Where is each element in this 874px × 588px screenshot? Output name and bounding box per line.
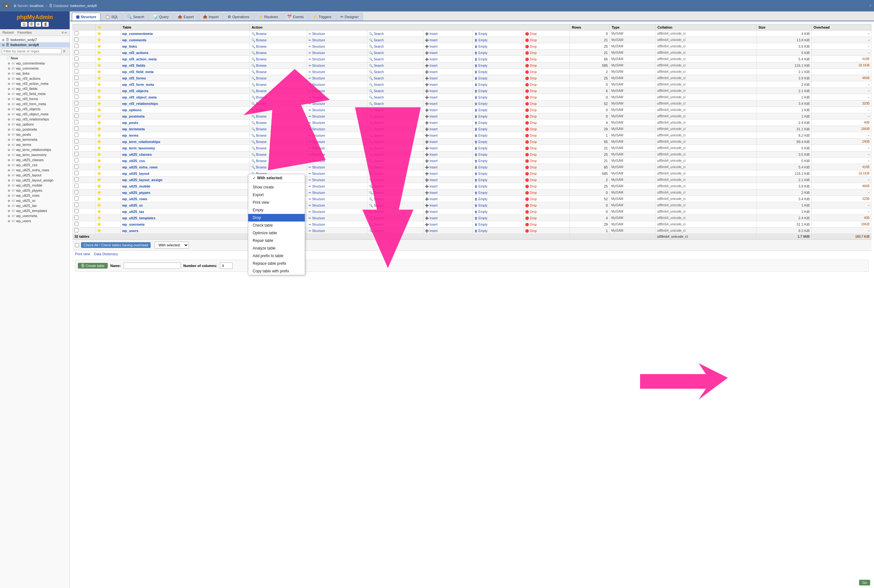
dropdown-item-empty[interactable]: Empty	[248, 206, 305, 214]
search-link[interactable]: 🔍 Search	[369, 108, 384, 112]
sidebar-table-wp_ult25_rows[interactable]: ⊕⚙/wp_ult25_rows	[0, 193, 70, 198]
sidebar-table-wp_terms[interactable]: ⊕⚙/wp_terms	[0, 142, 70, 147]
row-checkbox[interactable]	[74, 44, 78, 48]
sidebar-table-wp_term_relationships[interactable]: ⊕⚙/wp_term_relationships	[0, 147, 70, 152]
row-checkbox[interactable]	[74, 82, 78, 86]
star-icon[interactable]: ⭐	[97, 108, 101, 111]
insert-link[interactable]: ➕ Insert	[425, 197, 438, 201]
empty-link[interactable]: 🗑 Empty	[475, 178, 487, 182]
tab-export[interactable]: 📤Export	[174, 13, 198, 21]
star-icon[interactable]: ⭐	[97, 146, 101, 150]
empty-link[interactable]: 🗑 Empty	[475, 134, 487, 137]
search-link[interactable]: 🔍 Search	[369, 229, 384, 232]
drop-link[interactable]: 🔴 Drop	[525, 204, 537, 207]
row-checkbox[interactable]	[74, 63, 78, 67]
row-checkbox[interactable]	[74, 171, 78, 175]
with-selected-dropdown[interactable]: With selected:	[154, 242, 189, 249]
table-name-link[interactable]: wp_nf3_fields	[122, 64, 145, 68]
drop-link[interactable]: 🔴 Drop	[525, 108, 537, 112]
home-icon[interactable]: 🏠	[21, 22, 27, 27]
print-view-link[interactable]: Print view	[75, 252, 90, 256]
table-name-link[interactable]: wp_ult25_layout_assign	[122, 178, 163, 182]
sidebar-table-wp_users[interactable]: ⊕⚙/wp_users	[0, 218, 70, 224]
star-icon[interactable]: ⭐	[97, 76, 101, 80]
search-link[interactable]: 🔍 Search	[369, 76, 384, 80]
drop-link[interactable]: 🔴 Drop	[525, 83, 537, 87]
empty-link[interactable]: 🗑 Empty	[475, 159, 487, 163]
row-checkbox[interactable]	[74, 114, 78, 118]
structure-link[interactable]: ✏ Structure	[309, 153, 325, 156]
table-name-link[interactable]: wp_ult25_layout	[122, 172, 150, 176]
insert-link[interactable]: ➕ Insert	[425, 102, 438, 105]
structure-link[interactable]: ✏ Structure	[309, 191, 325, 195]
row-checkbox[interactable]	[74, 126, 78, 130]
empty-link[interactable]: 🗑 Empty	[475, 197, 487, 201]
table-name-link[interactable]: wp_nf3_actions	[122, 51, 149, 55]
search-link[interactable]: 🔍 Search	[369, 96, 384, 99]
insert-link[interactable]: ➕ Insert	[425, 229, 438, 232]
drop-link[interactable]: 🔴 Drop	[525, 210, 537, 214]
star-icon[interactable]: ⭐	[97, 152, 101, 156]
sidebar-table-wp_nf3_field_meta[interactable]: ⊕⚙/wp_nf3_field_meta	[0, 91, 70, 96]
insert-link[interactable]: ➕ Insert	[425, 159, 438, 163]
table-name-link[interactable]: wp_termmeta	[122, 127, 145, 131]
drop-link[interactable]: 🔴 Drop	[525, 102, 537, 105]
browse-link[interactable]: 🔍 Browse	[251, 134, 267, 137]
filter-input[interactable]	[2, 48, 61, 54]
browse-link[interactable]: 🔍 Browse	[251, 153, 267, 156]
star-icon[interactable]: ⭐	[97, 57, 101, 61]
table-name-link[interactable]: wp_commentmeta	[122, 32, 153, 36]
browse-link[interactable]: 🔍 Browse	[251, 108, 267, 112]
structure-link[interactable]: ✏ Structure	[309, 96, 325, 99]
structure-link[interactable]: ✏ Structure	[309, 76, 325, 80]
dropdown-item-print-view[interactable]: Print view	[248, 199, 305, 206]
star-icon[interactable]: ⭐	[97, 190, 101, 194]
insert-link[interactable]: ➕ Insert	[425, 216, 438, 220]
table-name-link[interactable]: wp_ult25_ptypes	[122, 191, 151, 195]
browse-link[interactable]: 🔍 Browse	[251, 57, 267, 61]
sidebar-table-wp_ult25_layout_assign[interactable]: ⊕⚙/wp_ult25_layout_assign	[0, 178, 70, 183]
structure-link[interactable]: ✏ Structure	[309, 178, 325, 182]
drop-link[interactable]: 🔴 Drop	[525, 134, 537, 137]
drop-link[interactable]: 🔴 Drop	[525, 147, 537, 150]
insert-link[interactable]: ➕ Insert	[425, 223, 438, 226]
sidebar-table-wp_postmeta[interactable]: ⊕⚙/wp_postmeta	[0, 127, 70, 132]
table-name-input[interactable]	[124, 262, 181, 269]
dropdown-item-repair-table[interactable]: Repair table	[248, 237, 305, 244]
structure-link[interactable]: ✏ Structure	[309, 159, 325, 163]
exit-icon[interactable]: 🚪	[42, 22, 49, 27]
structure-link[interactable]: ✏ Structure	[309, 108, 325, 112]
table-name-link[interactable]: wp_term_relationships	[122, 140, 160, 144]
sidebar-table-wp_commentmeta[interactable]: ⊕⚙/wp_commentmeta	[0, 61, 70, 66]
insert-link[interactable]: ➕ Insert	[425, 45, 438, 48]
row-checkbox[interactable]	[74, 209, 78, 213]
table-name-link[interactable]: wp_nf3_object_meta	[122, 95, 157, 99]
search-link[interactable]: 🔍 Search	[369, 197, 384, 201]
insert-link[interactable]: ➕ Insert	[425, 76, 438, 80]
table-name-link[interactable]: wp_nf3_action_meta	[122, 57, 157, 61]
search-link[interactable]: 🔍 Search	[369, 204, 384, 207]
table-name-link[interactable]: wp_links	[122, 45, 137, 48]
table-name-link[interactable]: wp_comments	[122, 38, 147, 42]
structure-link[interactable]: ✏ Structure	[309, 51, 325, 55]
empty-link[interactable]: 🗑 Empty	[475, 147, 487, 150]
table-name-link[interactable]: wp_users	[122, 229, 139, 232]
insert-link[interactable]: ➕ Insert	[425, 96, 438, 99]
search-link[interactable]: 🔍 Search	[369, 210, 384, 214]
data-dict-link[interactable]: Data Dictionary	[94, 252, 118, 256]
empty-link[interactable]: 🗑 Empty	[475, 83, 487, 87]
db-item-wrdp8[interactable]: ⊖ 🗄 bwkeeton_wrdp8	[0, 42, 70, 47]
browse-link[interactable]: 🔍 Browse	[251, 166, 267, 169]
sidebar-table-wp_ult25_layout[interactable]: ⊕⚙/wp_ult25_layout	[0, 172, 70, 178]
dropdown-item-export[interactable]: Export	[248, 191, 305, 199]
star-icon[interactable]: ⭐	[97, 140, 101, 143]
empty-link[interactable]: 🗑 Empty	[475, 172, 487, 176]
sidebar-table-wp_nf3_objects[interactable]: ⊕⚙/wp_nf3_objects	[0, 106, 70, 111]
sidebar-table-wp_nf3_actions[interactable]: ⊕⚙/wp_nf3_actions	[0, 76, 70, 81]
db-item-wrdp7[interactable]: ⊕ 🗄 bwkeeton_wrdp7	[0, 37, 70, 42]
table-name-link[interactable]: wp_nf3_form_meta	[122, 82, 154, 87]
dropdown-item-optimize-table[interactable]: Optimize table	[248, 229, 305, 237]
drop-link[interactable]: 🔴 Drop	[525, 45, 537, 48]
star-icon[interactable]: ⭐	[97, 38, 101, 42]
sidebar-table-wp_nf3_object_meta[interactable]: ⊕⚙/wp_nf3_object_meta	[0, 111, 70, 117]
